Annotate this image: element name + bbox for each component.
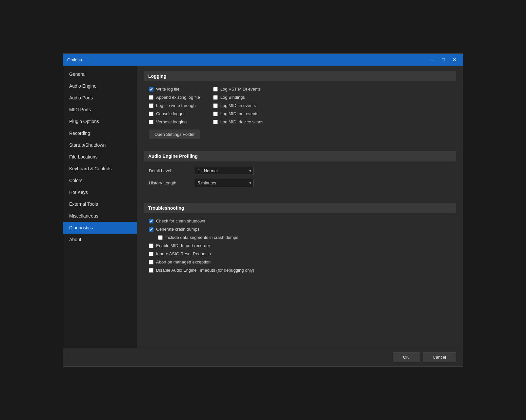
checkbox-verbose-logging[interactable]: Verbose logging <box>149 119 200 124</box>
sidebar-item-plugin-options[interactable]: Plugin Options <box>63 116 137 127</box>
checkbox-generate-crash-dumps-input[interactable] <box>149 227 153 232</box>
audio-engine-profiling-body: Detail Level: 0 - Off 1 - Normal 2 - Det… <box>144 167 456 196</box>
sidebar-item-external-tools[interactable]: External Tools <box>63 198 137 210</box>
checkbox-append-existing[interactable]: Append existing log file <box>149 95 200 100</box>
detail-level-select-wrapper: 0 - Off 1 - Normal 2 - Detailed 3 - Full <box>195 167 254 175</box>
troubleshooting-checkboxes: Check for clean shutdown Generate crash … <box>149 219 451 273</box>
checkbox-log-bindings-label: Log Bindings <box>220 95 245 100</box>
history-length-select-wrapper: 1 minute 5 minutes 10 minutes 30 minutes <box>195 179 254 187</box>
checkbox-clean-shutdown[interactable]: Check for clean shutdown <box>149 219 451 223</box>
checkbox-log-midi-out[interactable]: Log MIDI out events <box>213 111 264 116</box>
window-title: Options <box>67 57 82 62</box>
sidebar-item-midi-ports[interactable]: MIDI Ports <box>63 104 137 116</box>
sidebar-item-about[interactable]: About <box>63 234 137 245</box>
checkbox-abort-managed-exception[interactable]: Abort on managed exception <box>149 260 451 264</box>
sidebar-item-diagnostics[interactable]: Diagnostics <box>63 222 137 234</box>
content-area: Logging Write log file Append existing l… <box>137 66 463 348</box>
checkbox-log-midi-in[interactable]: Log MIDI in events <box>213 103 264 108</box>
checkbox-log-write-through-label: Log file write through <box>156 103 196 108</box>
options-window: Options — □ ✕ GeneralAudio EngineAudio P… <box>63 53 463 367</box>
sidebar-item-recording[interactable]: Recording <box>63 127 137 139</box>
checkbox-log-bindings-input[interactable] <box>213 95 218 100</box>
sidebar-item-general[interactable]: General <box>63 68 137 80</box>
audio-engine-profiling-section: Audio Engine Profiling Detail Level: 0 -… <box>144 151 456 196</box>
detail-level-select[interactable]: 0 - Off 1 - Normal 2 - Detailed 3 - Full <box>195 167 254 175</box>
troubleshooting-section: Troubleshooting Check for clean shutdown… <box>144 203 456 278</box>
sidebar-item-audio-engine[interactable]: Audio Engine <box>63 80 137 92</box>
checkbox-log-midi-in-input[interactable] <box>213 103 218 108</box>
history-length-row: History Length: 1 minute 5 minutes 10 mi… <box>149 179 451 187</box>
checkbox-log-vst-midi-label: Log VST MIDI events <box>220 87 261 92</box>
checkbox-log-midi-out-label: Log MIDI out events <box>220 111 258 116</box>
checkbox-enable-midi-in-recorder-input[interactable] <box>149 243 153 248</box>
logging-section: Logging Write log file Append existing l… <box>144 71 456 144</box>
checkbox-include-data-segments[interactable]: Include data segments in crash dumps <box>158 235 451 240</box>
detail-level-label: Detail Level: <box>149 168 195 173</box>
open-settings-folder-button[interactable]: Open Settings Folder <box>149 130 200 139</box>
logging-checkboxes-right: Log VST MIDI events Log Bindings Log MID… <box>213 87 264 124</box>
checkbox-ignore-asio-reset-input[interactable] <box>149 252 153 256</box>
sidebar-item-keyboard-controls[interactable]: Keyboard & Controls <box>63 163 137 175</box>
troubleshooting-header: Troubleshooting <box>144 203 456 213</box>
ok-button[interactable]: OK <box>393 352 419 362</box>
sidebar-item-startup-shutdown[interactable]: Startup/Shutdown <box>63 139 137 151</box>
checkbox-log-vst-midi-input[interactable] <box>213 87 218 92</box>
sidebar-item-file-locations[interactable]: File Locations <box>63 151 137 163</box>
checkbox-ignore-asio-reset-label: Ignore ASIO Reset Requests <box>156 251 211 256</box>
sidebar-item-audio-ports[interactable]: Audio Ports <box>63 92 137 104</box>
checkbox-console-logger-label: Console logger <box>156 111 185 116</box>
checkbox-log-write-through[interactable]: Log file write through <box>149 103 200 108</box>
logging-header: Logging <box>144 71 456 81</box>
checkbox-enable-midi-in-recorder[interactable]: Enable MIDI-In port recorder <box>149 243 451 248</box>
checkbox-log-midi-device[interactable]: Log MIDI device scans <box>213 119 264 124</box>
checkbox-append-existing-input[interactable] <box>149 95 153 100</box>
checkbox-abort-managed-exception-label: Abort on managed exception <box>156 260 211 264</box>
checkbox-log-midi-in-label: Log MIDI in events <box>220 103 256 108</box>
checkbox-abort-managed-exception-input[interactable] <box>149 260 153 264</box>
sidebar-item-hot-keys[interactable]: Hot Keys <box>63 186 137 198</box>
checkbox-ignore-asio-reset[interactable]: Ignore ASIO Reset Requests <box>149 251 451 256</box>
logging-checkboxes-left: Write log file Append existing log file … <box>149 87 200 124</box>
cancel-button[interactable]: Cancel <box>423 352 456 362</box>
logging-body: Write log file Append existing log file … <box>144 87 456 144</box>
checkbox-log-bindings[interactable]: Log Bindings <box>213 95 264 100</box>
checkbox-generate-crash-dumps-label: Generate crash dumps <box>156 227 199 232</box>
history-length-select[interactable]: 1 minute 5 minutes 10 minutes 30 minutes <box>195 179 254 187</box>
logging-checkboxes: Write log file Append existing log file … <box>149 87 451 124</box>
checkbox-disable-audio-engine-timeouts[interactable]: Disable Audio Engine Timeouts (for debug… <box>149 268 451 273</box>
history-length-label: History Length: <box>149 180 195 185</box>
checkbox-console-logger-input[interactable] <box>149 112 153 116</box>
checkbox-log-vst-midi[interactable]: Log VST MIDI events <box>213 87 264 92</box>
checkbox-enable-midi-in-recorder-label: Enable MIDI-In port recorder <box>156 243 210 248</box>
checkbox-disable-audio-engine-timeouts-label: Disable Audio Engine Timeouts (for debug… <box>156 268 254 273</box>
checkbox-disable-audio-engine-timeouts-input[interactable] <box>149 268 153 273</box>
checkbox-log-midi-device-input[interactable] <box>213 120 218 124</box>
minimize-button[interactable]: — <box>428 56 436 63</box>
checkbox-include-data-segments-input[interactable] <box>158 235 163 240</box>
window-body: GeneralAudio EngineAudio PortsMIDI Ports… <box>63 66 463 348</box>
checkbox-append-existing-label: Append existing log file <box>156 95 200 100</box>
detail-level-row: Detail Level: 0 - Off 1 - Normal 2 - Det… <box>149 167 451 175</box>
footer: OK Cancel <box>63 348 463 366</box>
checkbox-log-write-through-input[interactable] <box>149 103 153 108</box>
audio-engine-profiling-header: Audio Engine Profiling <box>144 151 456 161</box>
checkbox-verbose-logging-label: Verbose logging <box>156 119 187 124</box>
checkbox-verbose-logging-input[interactable] <box>149 120 153 124</box>
checkbox-console-logger[interactable]: Console logger <box>149 111 200 116</box>
checkbox-log-midi-device-label: Log MIDI device scans <box>220 119 264 124</box>
sidebar-item-miscellaneous[interactable]: Miscellaneous <box>63 210 137 222</box>
checkbox-generate-crash-dumps[interactable]: Generate crash dumps <box>149 227 451 232</box>
sidebar: GeneralAudio EngineAudio PortsMIDI Ports… <box>63 66 137 348</box>
window-controls: — □ ✕ <box>428 56 459 63</box>
troubleshooting-body: Check for clean shutdown Generate crash … <box>144 219 456 278</box>
checkbox-write-log-file-label: Write log file <box>156 87 179 92</box>
close-button[interactable]: ✕ <box>450 56 459 63</box>
checkbox-include-data-segments-label: Include data segments in crash dumps <box>165 235 238 240</box>
checkbox-log-midi-out-input[interactable] <box>213 112 218 116</box>
sidebar-item-colors[interactable]: Colors <box>63 175 137 186</box>
checkbox-clean-shutdown-label: Check for clean shutdown <box>156 219 205 223</box>
checkbox-write-log-file-input[interactable] <box>149 87 153 92</box>
checkbox-clean-shutdown-input[interactable] <box>149 219 153 223</box>
maximize-button[interactable]: □ <box>439 56 448 63</box>
checkbox-write-log-file[interactable]: Write log file <box>149 87 200 92</box>
